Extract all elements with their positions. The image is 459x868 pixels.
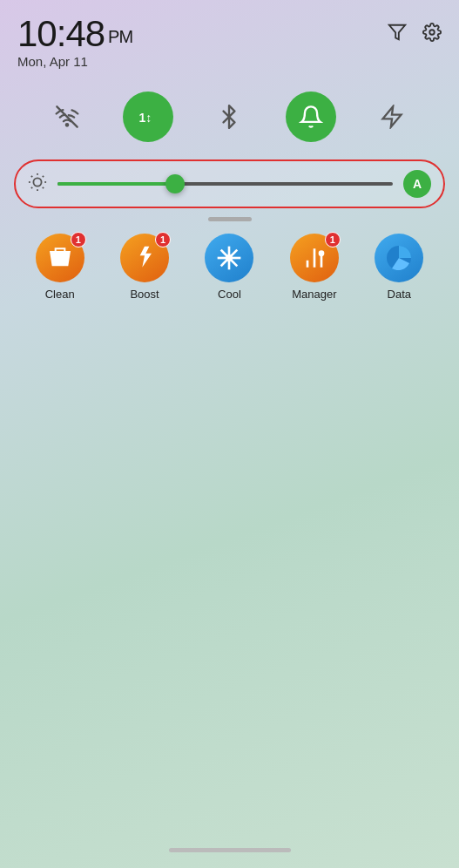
svg-line-13 xyxy=(31,186,32,187)
clock-time: 10:48 xyxy=(17,13,105,54)
app-item-data[interactable]: Data xyxy=(375,234,423,301)
filter-icon xyxy=(388,23,407,47)
svg-text:1↕: 1↕ xyxy=(139,111,152,125)
brightness-row: A xyxy=(14,159,445,208)
svg-marker-0 xyxy=(389,25,405,40)
app-label-clean: Clean xyxy=(45,288,75,301)
auto-brightness-button[interactable]: A xyxy=(403,170,431,198)
clean-badge: 1 xyxy=(71,232,86,248)
svg-marker-5 xyxy=(383,106,402,126)
date-display: Mon, Apr 11 xyxy=(17,54,132,69)
brightness-thumb[interactable] xyxy=(165,174,185,193)
app-label-manager: Manager xyxy=(292,288,336,301)
app-label-boost: Boost xyxy=(130,288,159,301)
app-label-data: Data xyxy=(388,288,411,301)
app-icon-data xyxy=(375,234,423,282)
brightness-fill xyxy=(57,182,175,186)
svg-line-9 xyxy=(31,175,32,176)
bottom-bar xyxy=(169,848,291,852)
flashlight-toggle[interactable] xyxy=(367,92,417,142)
app-item-cool[interactable]: Cool xyxy=(205,234,253,301)
svg-point-21 xyxy=(226,254,233,261)
clock-display: 10:48PM xyxy=(17,16,132,52)
wifi-toggle[interactable] xyxy=(42,92,92,142)
app-item-clean[interactable]: 1 Clean xyxy=(36,234,84,301)
drag-handle-bar xyxy=(208,217,252,221)
svg-point-6 xyxy=(33,178,41,186)
clock-period: PM xyxy=(108,27,132,46)
drag-handle[interactable] xyxy=(0,217,459,221)
app-label-cool: Cool xyxy=(218,288,241,301)
app-icon-boost: 1 xyxy=(120,234,169,282)
app-icon-cool xyxy=(205,234,253,282)
app-shortcuts: 1 Clean 1 Boost Cool xyxy=(0,234,459,318)
brightness-slider[interactable] xyxy=(57,181,393,186)
brightness-track xyxy=(57,182,393,186)
app-icon-manager: 1 xyxy=(290,234,339,282)
notification-toggle[interactable] xyxy=(286,92,336,142)
quick-toggles: 1↕ xyxy=(0,74,459,156)
svg-point-22 xyxy=(319,250,325,256)
app-item-boost[interactable]: 1 Boost xyxy=(120,234,169,301)
svg-point-1 xyxy=(429,30,435,35)
app-icon-clean: 1 xyxy=(36,234,84,282)
app-item-manager[interactable]: 1 Manager xyxy=(290,234,339,301)
svg-point-3 xyxy=(66,124,68,125)
status-bar: 10:48PM Mon, Apr 11 xyxy=(0,0,459,74)
settings-icon[interactable] xyxy=(422,23,442,47)
time-block: 10:48PM Mon, Apr 11 xyxy=(17,16,132,69)
status-icons xyxy=(388,16,442,47)
bluetooth-toggle[interactable] xyxy=(204,92,254,142)
svg-line-14 xyxy=(43,175,44,176)
nfc-toggle[interactable]: 1↕ xyxy=(123,92,173,142)
svg-line-10 xyxy=(43,186,44,187)
brightness-icon xyxy=(28,173,47,196)
boost-badge: 1 xyxy=(155,232,171,248)
manager-badge: 1 xyxy=(325,232,341,248)
